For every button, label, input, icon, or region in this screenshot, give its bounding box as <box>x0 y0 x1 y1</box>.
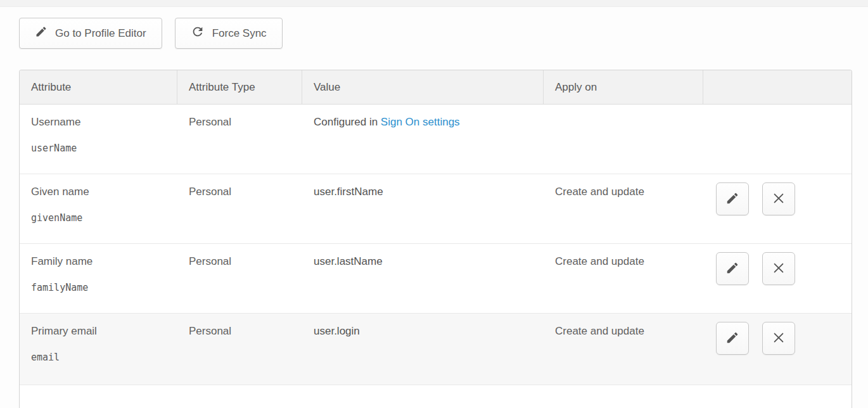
attribute-mapping-table: Attribute Attribute Type Value Apply on … <box>19 70 852 408</box>
attribute-label: Given name <box>31 186 171 198</box>
delete-attribute-button[interactable] <box>762 182 795 215</box>
edit-attribute-button[interactable] <box>716 252 749 285</box>
table-row: Family name familyName Personal user.las… <box>20 244 852 314</box>
table-row: Primary email email Personal user.login … <box>20 314 852 385</box>
attribute-label: Family name <box>31 255 171 268</box>
go-to-profile-editor-button[interactable]: Go to Profile Editor <box>19 18 162 49</box>
value-prefix-text: Configured in <box>314 116 381 128</box>
actions-cell <box>703 244 852 313</box>
attribute-type-cell: Personal <box>177 244 302 313</box>
table-row: Given name givenName Personal user.first… <box>20 174 852 244</box>
attribute-label: Username <box>31 116 171 129</box>
edit-attribute-button[interactable] <box>716 182 749 215</box>
empty-partial-row <box>20 385 852 408</box>
apply-on-cell: Create and update <box>544 174 703 243</box>
attribute-variable-name: givenName <box>31 212 171 224</box>
value-cell: user.login <box>302 314 544 385</box>
apply-on-cell <box>544 105 703 174</box>
force-sync-label: Force Sync <box>212 27 267 40</box>
attribute-variable-name: email <box>31 352 171 363</box>
pencil-icon <box>725 261 739 277</box>
toolbar: Go to Profile Editor Force Sync <box>19 18 868 49</box>
top-divider-strip <box>0 0 868 7</box>
table-body: Username userName Personal Configured in… <box>20 105 852 385</box>
apply-on-cell: Create and update <box>544 244 703 313</box>
attribute-label: Primary email <box>31 325 171 338</box>
column-header-apply-on: Apply on <box>544 70 703 104</box>
apply-on-cell: Create and update <box>544 314 703 385</box>
force-sync-button[interactable]: Force Sync <box>175 18 283 49</box>
attribute-cell: Family name familyName <box>20 244 177 313</box>
column-header-attribute-type: Attribute Type <box>177 70 302 104</box>
value-cell: Configured in Sign On settings <box>302 105 544 174</box>
table-header-row: Attribute Attribute Type Value Apply on <box>20 70 852 105</box>
attribute-cell: Given name givenName <box>20 174 177 243</box>
attribute-type-cell: Personal <box>177 314 302 385</box>
attribute-type-cell: Personal <box>177 105 302 174</box>
close-icon <box>772 261 786 277</box>
value-cell: user.lastName <box>302 244 544 313</box>
delete-attribute-button[interactable] <box>762 322 795 355</box>
actions-cell <box>703 174 852 243</box>
pencil-icon <box>725 191 739 207</box>
attribute-variable-name: userName <box>31 143 171 154</box>
close-icon <box>772 191 786 207</box>
edit-attribute-button[interactable] <box>716 322 749 355</box>
delete-attribute-button[interactable] <box>762 252 795 285</box>
pencil-icon <box>35 25 48 41</box>
column-header-value: Value <box>302 70 544 104</box>
attribute-cell: Primary email email <box>20 314 177 385</box>
sign-on-settings-link[interactable]: Sign On settings <box>381 116 460 128</box>
refresh-icon <box>191 25 205 42</box>
attribute-type-cell: Personal <box>177 174 302 243</box>
pencil-icon <box>725 331 739 347</box>
attribute-cell: Username userName <box>20 105 177 174</box>
value-cell: user.firstName <box>302 174 544 243</box>
table-row: Username userName Personal Configured in… <box>20 105 852 174</box>
column-header-actions <box>703 70 852 104</box>
column-header-attribute: Attribute <box>20 70 177 104</box>
actions-cell <box>703 314 852 385</box>
go-to-profile-editor-label: Go to Profile Editor <box>55 27 146 40</box>
close-icon <box>772 331 786 347</box>
attribute-variable-name: familyName <box>31 282 171 293</box>
